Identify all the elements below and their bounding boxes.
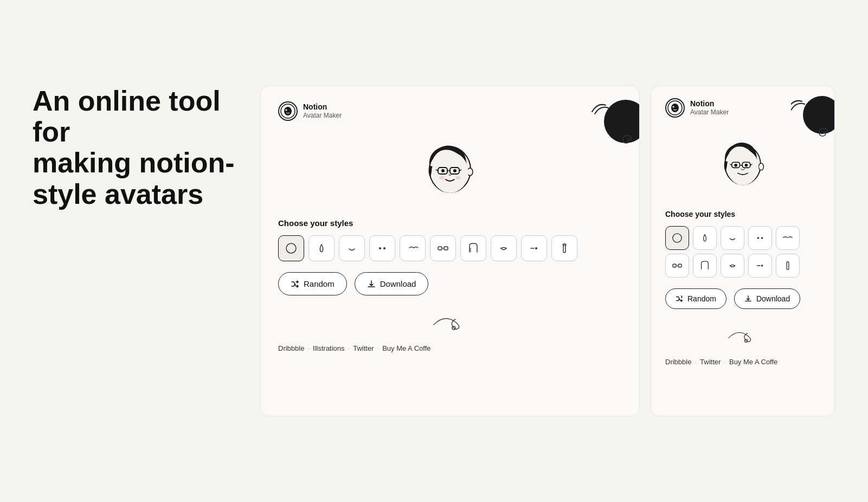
random-label-small: Random xyxy=(687,294,716,303)
style-btn-brows-sm[interactable] xyxy=(776,226,800,250)
spiral-icon-small xyxy=(816,125,831,137)
footer-link-coffee[interactable]: Buy Me A Coffe xyxy=(382,344,430,352)
svg-rect-19 xyxy=(563,244,565,253)
style-btn-mouth[interactable] xyxy=(339,235,365,261)
download-icon xyxy=(367,280,376,288)
spiral-icon xyxy=(620,132,635,146)
svg-rect-36 xyxy=(678,264,681,267)
footer-link-coffee-sm[interactable]: Buy Me A Coffe xyxy=(729,358,777,366)
svg-point-2 xyxy=(286,110,287,111)
logo-text: Notion Avatar Maker xyxy=(303,102,342,119)
logo-text-small: Notion Avatar Maker xyxy=(690,99,729,116)
svg-point-18 xyxy=(535,247,537,249)
action-row-small: Random Download xyxy=(665,288,820,309)
style-section-label: Choose your styles xyxy=(278,218,622,228)
style-btn-hair[interactable] xyxy=(460,235,486,261)
svg-point-26 xyxy=(758,163,763,170)
logo-title-small: Notion xyxy=(690,99,729,108)
random-label: Random xyxy=(304,279,335,288)
footer-links: Dribbble · Illstrations · Twitter · Buy … xyxy=(278,344,622,352)
main-card: Notion Avatar Maker xyxy=(260,86,640,416)
svg-point-33 xyxy=(757,237,760,239)
avatar-preview xyxy=(417,137,483,202)
download-button-small[interactable]: Download xyxy=(734,288,800,309)
footer-sep-3: · xyxy=(377,344,380,352)
style-btn-lips[interactable] xyxy=(491,235,517,261)
logo-subtitle-small: Avatar Maker xyxy=(690,108,729,116)
style-btn-mark[interactable] xyxy=(521,235,547,261)
random-icon xyxy=(291,280,299,288)
style-btn-face-sm[interactable] xyxy=(665,226,689,250)
footer-link-dribbble[interactable]: Dribbble xyxy=(278,344,304,352)
style-btn-mouth-sm[interactable] xyxy=(721,226,744,250)
svg-rect-16 xyxy=(444,247,448,250)
headline-line2: making notion-style avatars xyxy=(33,147,235,209)
svg-point-12 xyxy=(286,243,296,253)
svg-point-34 xyxy=(761,237,763,239)
svg-point-14 xyxy=(383,247,385,249)
svg-point-13 xyxy=(379,247,381,249)
footer-link-twitter[interactable]: Twitter xyxy=(353,344,374,352)
svg-point-24 xyxy=(673,106,674,108)
style-btn-eyes[interactable] xyxy=(369,235,395,261)
left-section: An online tool for making notion-style a… xyxy=(33,86,239,231)
cards-section: Notion Avatar Maker xyxy=(260,86,835,416)
download-button[interactable]: Download xyxy=(355,272,429,295)
svg-rect-15 xyxy=(438,247,442,250)
footer-sep-2: · xyxy=(348,344,350,352)
corner-decoration xyxy=(590,97,639,146)
style-btn-hair-sm[interactable] xyxy=(693,254,717,278)
style-btn-accessory-sm[interactable] xyxy=(776,254,800,278)
svg-point-9 xyxy=(453,169,456,172)
download-label-small: Download xyxy=(756,294,790,303)
avatar-display xyxy=(278,137,622,202)
footer-link-dribbble-sm[interactable]: Dribbble xyxy=(665,358,691,366)
logo-title: Notion xyxy=(303,102,342,112)
headline: An online tool for making notion-style a… xyxy=(33,86,239,210)
corner-decoration-small xyxy=(791,94,834,137)
style-grid xyxy=(278,235,622,261)
swirl-bottom-decoration-small xyxy=(665,322,820,349)
random-button-small[interactable]: Random xyxy=(665,288,726,309)
svg-point-38 xyxy=(761,265,763,267)
logo-icon-small xyxy=(665,98,685,118)
footer-sep-1: · xyxy=(307,344,310,352)
style-btn-face[interactable] xyxy=(278,235,304,261)
svg-point-30 xyxy=(734,164,737,167)
page-layout: An online tool for making notion-style a… xyxy=(33,86,835,416)
logo-icon xyxy=(278,101,298,121)
style-section-label-small: Choose your styles xyxy=(665,210,820,218)
style-grid-small xyxy=(665,226,820,278)
style-btn-glasses[interactable] xyxy=(430,235,456,261)
footer-link-illustrations[interactable]: Illstrations xyxy=(313,344,345,352)
random-icon-small xyxy=(676,295,683,303)
style-btn-brows[interactable] xyxy=(400,235,426,261)
svg-point-11 xyxy=(455,176,461,179)
style-btn-accessory[interactable] xyxy=(551,235,577,261)
svg-point-32 xyxy=(673,234,681,242)
style-btn-glasses-sm[interactable] xyxy=(665,254,689,278)
svg-point-31 xyxy=(745,164,748,167)
style-btn-nose-sm[interactable] xyxy=(693,226,717,250)
svg-point-1 xyxy=(284,107,292,115)
secondary-card: Notion Avatar Maker xyxy=(651,86,835,416)
action-row: Random Download xyxy=(278,272,622,295)
svg-point-8 xyxy=(441,169,445,172)
avatar-preview-small xyxy=(713,134,773,194)
svg-point-10 xyxy=(439,176,445,179)
style-btn-lips-sm[interactable] xyxy=(721,254,744,278)
headline-line1: An online tool for xyxy=(33,85,221,147)
style-btn-mark-sm[interactable] xyxy=(748,254,772,278)
style-btn-nose[interactable] xyxy=(308,235,335,261)
style-btn-eyes-sm[interactable] xyxy=(748,226,772,250)
download-label: Download xyxy=(380,279,416,288)
avatar-display-small xyxy=(665,134,820,194)
swirl-bottom-decoration xyxy=(278,308,622,336)
svg-point-23 xyxy=(671,104,679,112)
footer-links-small: Dribbble · Twitter · Buy Me A Coffe xyxy=(665,358,820,366)
random-button[interactable]: Random xyxy=(278,272,347,295)
svg-rect-39 xyxy=(787,262,789,270)
download-icon-small xyxy=(744,295,752,303)
footer-link-twitter-sm[interactable]: Twitter xyxy=(700,358,721,366)
logo-subtitle: Avatar Maker xyxy=(303,112,342,119)
